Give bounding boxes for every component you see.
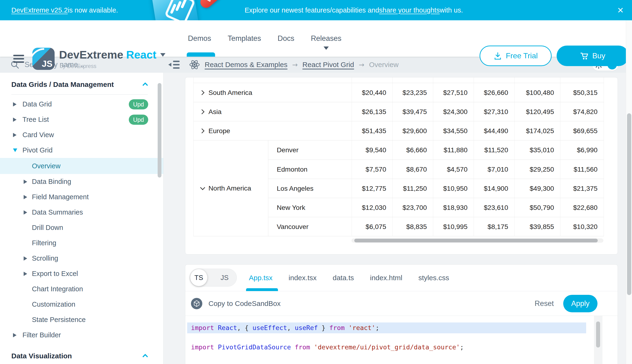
devextreme-js-logo[interactable]: JS: [32, 48, 55, 70]
sidebar-item-scrolling[interactable]: Scrolling: [0, 251, 163, 266]
sidebar-item-data-grid[interactable]: Data Grid Upd: [0, 96, 163, 112]
cell: [433, 78, 474, 83]
apply-button[interactable]: Apply: [563, 295, 597, 312]
code-token: , {: [237, 324, 252, 332]
free-trial-button[interactable]: Free Trial: [480, 46, 552, 66]
breadcrumb-pivot-grid-link[interactable]: React Pivot Grid: [303, 61, 354, 69]
code-token: import: [191, 344, 214, 351]
sidebar-section-data-grids[interactable]: Data Grids / Data Management: [0, 77, 163, 92]
sidebar-item-card-view[interactable]: Card View: [0, 127, 163, 142]
sidebar-item-customization[interactable]: Customization: [0, 297, 163, 312]
devextreme-box-logo-icon: v25.2: [149, 0, 229, 20]
ts-toggle-option[interactable]: TS: [190, 269, 207, 286]
react-icon: [189, 59, 200, 70]
code-token: ;: [460, 344, 464, 351]
breadcrumb-separator: →: [292, 61, 298, 69]
code-token: import: [191, 324, 214, 332]
code-line[interactable]: import PivotGridDataSource from 'devextr…: [187, 342, 586, 353]
chevron-up-icon: [142, 354, 148, 359]
sidebar-item-label: Chart Integration: [32, 285, 83, 293]
table-row-partial: [193, 78, 604, 83]
banner-message-prefix: Explore our newest features/capabilities…: [245, 6, 379, 14]
code-editor[interactable]: import React, { useEffect, useRef } from…: [185, 316, 617, 364]
nav-docs[interactable]: Docs: [278, 34, 295, 43]
logo-box-shape: [151, 0, 199, 20]
cell: $6,990: [560, 140, 604, 160]
code-token: from: [329, 324, 345, 332]
sidebar-item-data-binding[interactable]: Data Binding: [0, 174, 163, 189]
share-thoughts-link[interactable]: share your thoughts: [379, 6, 440, 14]
sidebar-item-state-persistence[interactable]: State Persistence: [0, 312, 163, 328]
code-token: 'devextreme/ui/pivot_grid/data_source': [314, 344, 460, 351]
divider: [11, 94, 148, 95]
js-toggle-option[interactable]: JS: [221, 269, 229, 286]
row-label: Europe: [208, 127, 230, 135]
collapse-sidebar-icon[interactable]: [168, 61, 180, 69]
cell: $74,820: [560, 102, 604, 121]
cart-icon: [580, 52, 588, 60]
chevron-up-icon: [142, 82, 148, 88]
row-expander-europe[interactable]: Europe: [193, 121, 352, 140]
tab-styles-css[interactable]: styles.css: [418, 274, 449, 282]
page-scrollbar-thumb[interactable]: [627, 113, 631, 295]
copy-to-codesandbox-button[interactable]: Copy to CodeSandBox: [208, 300, 281, 308]
banner-version-text: DevExtreme v25.2 is now available.: [11, 0, 118, 20]
buy-button[interactable]: Buy: [557, 46, 629, 66]
table-row-asia: Asia $26,135 $39,475 $24,300 $27,310 $12…: [193, 102, 604, 121]
brand-name: DevExtreme: [59, 48, 123, 61]
cell: $10,995: [433, 217, 474, 236]
sidebar-item-filter-builder[interactable]: Filter Builder: [0, 328, 163, 343]
tab-index-html[interactable]: index.html: [370, 274, 402, 282]
tab-index-tsx[interactable]: index.tsx: [289, 274, 316, 282]
horizontal-scrollbar-thumb[interactable]: [354, 239, 598, 242]
nav-demos[interactable]: Demos: [188, 34, 211, 43]
row-expander-south-america[interactable]: South America: [193, 83, 352, 102]
table-row-vancouver: Vancouver $6,075 $8,835 $10,995 $8,175 $…: [268, 217, 604, 236]
chevron-down-icon[interactable]: [160, 53, 165, 57]
cell: [514, 78, 560, 83]
reset-button[interactable]: Reset: [535, 299, 554, 308]
sidebar-item-export-to-excel[interactable]: Export to Excel: [0, 266, 163, 282]
breadcrumb-demos-link[interactable]: React Demos & Examples: [205, 61, 287, 69]
cell: $34,550: [433, 121, 474, 140]
sidebar-item-chart-integration[interactable]: Chart Integration: [0, 282, 163, 297]
sidebar-item-filtering[interactable]: Filtering: [0, 235, 163, 251]
city-label: Edmonton: [268, 160, 352, 179]
table-row-edmonton: Edmonton $7,570 $8,670 $4,570 $7,010 $29…: [268, 160, 604, 179]
sidebar-section-data-visualization[interactable]: Data Visualization: [0, 348, 163, 364]
banner-close-icon[interactable]: ×: [617, 5, 623, 15]
tab-app-tsx[interactable]: App.tsx: [249, 274, 273, 282]
sidebar-item-field-management[interactable]: Field Management: [0, 189, 163, 205]
table-row-new-york: New York $12,030 $23,700 $18,930 $23,610…: [268, 198, 604, 217]
sidebar-item-data-summaries[interactable]: Data Summaries: [0, 205, 163, 220]
sidebar-item-label: Tree List: [23, 116, 49, 124]
sidebar-item-drill-down[interactable]: Drill Down: [0, 220, 163, 235]
code-line[interactable]: import Chart, {: [187, 361, 586, 364]
code-scrollbar-thumb[interactable]: [596, 322, 600, 348]
nav-releases[interactable]: Releases: [311, 34, 341, 43]
code-line[interactable]: import React, { useEffect, useRef } from…: [187, 322, 586, 333]
codesandbox-icon[interactable]: [191, 298, 202, 309]
brand-platform: React: [126, 48, 156, 61]
banner-version-link[interactable]: DevExtreme v25.2: [11, 6, 68, 14]
language-toggle[interactable]: TS JS: [189, 269, 237, 286]
code-token: 'react': [349, 324, 375, 332]
cell: $49,300: [514, 179, 560, 198]
hamburger-menu-icon[interactable]: [13, 55, 25, 63]
sidebar-item-overview[interactable]: Overview: [0, 158, 163, 174]
cell: $7,570: [352, 160, 392, 179]
tab-data-ts[interactable]: data.ts: [333, 274, 354, 282]
row-expander-asia[interactable]: Asia: [193, 102, 352, 121]
sidebar-item-pivot-grid[interactable]: Pivot Grid: [0, 142, 163, 158]
cell: $24,300: [433, 102, 474, 121]
cell: $7,010: [474, 160, 514, 179]
code-token: [214, 324, 218, 332]
sidebar-item-tree-list[interactable]: Tree List Upd: [0, 112, 163, 127]
download-icon: [494, 52, 502, 60]
sidebar-scrollbar[interactable]: [158, 83, 161, 178]
row-expander-north-america[interactable]: North America: [193, 140, 268, 236]
city-label: New York: [268, 198, 352, 217]
brand-title[interactable]: DevExtremeReact: [59, 48, 165, 61]
nav-templates[interactable]: Templates: [228, 34, 261, 43]
cell: $22,680: [560, 198, 604, 217]
